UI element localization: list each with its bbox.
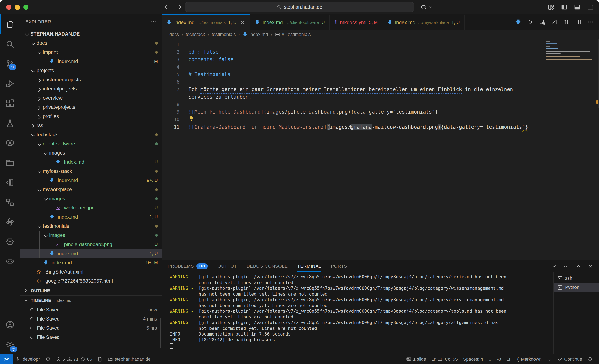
indentation[interactable]: Spaces: 4 xyxy=(460,355,486,364)
code-line-wrap[interactable]: Services zu erlauben. xyxy=(162,93,599,101)
minimap[interactable] xyxy=(546,40,595,61)
activity-item-folder-explorer[interactable] xyxy=(0,153,20,172)
feedback[interactable] xyxy=(544,355,555,364)
customize-layout-icon[interactable] xyxy=(548,4,554,10)
activity-item-explorer[interactable] xyxy=(0,14,20,34)
activity-item-remote-goggles[interactable] xyxy=(0,251,20,271)
eol[interactable]: LF xyxy=(504,355,514,364)
terminal-output[interactable]: WARNING - [git-authors-plugin] /var/fold… xyxy=(162,272,554,354)
code-line-7[interactable]: 7Ich möchte gerne ein paar Screenshots m… xyxy=(162,86,599,93)
panel-tab-output[interactable]: OUTPUT xyxy=(217,260,237,272)
activity-item-hexagon-extension[interactable] xyxy=(0,232,20,251)
language-mode[interactable]: (Markdown xyxy=(514,355,544,364)
panel-tab-problems[interactable]: PROBLEMS161 xyxy=(168,260,208,272)
marp-preview-icon[interactable] xyxy=(551,19,557,25)
tree-item-privateprojects[interactable]: privateprojects xyxy=(20,103,162,112)
code-action-lightbulb-icon[interactable] xyxy=(188,116,194,121)
toggle-secondary-sidebar-icon[interactable] xyxy=(587,4,594,10)
copilot-icon[interactable] xyxy=(421,4,427,10)
activity-item-accounts[interactable] xyxy=(0,315,20,335)
code-line-2[interactable]: 2pdf: false xyxy=(162,48,599,56)
tree-item-techstack[interactable]: techstack xyxy=(20,130,162,139)
panel-tab-terminal[interactable]: TERMINAL xyxy=(297,260,321,272)
tree-item-client-software[interactable]: client-software xyxy=(20,139,162,148)
tree-item-index-md[interactable]: index.mdM xyxy=(20,57,162,66)
command-center-search[interactable]: stephan.hadan.de xyxy=(185,2,414,12)
remote-indicator[interactable]: >< xyxy=(0,355,13,364)
activity-item-python[interactable] xyxy=(0,212,20,232)
tree-item-workplace-jpg[interactable]: workplace.jpgU xyxy=(20,203,162,212)
tree-item-images[interactable]: images xyxy=(20,194,162,203)
tree-item-overview[interactable]: overview xyxy=(20,93,162,103)
breadcrumb-item--testimonials[interactable]: # Testimonials xyxy=(275,32,311,37)
tree-item-index-md[interactable]: index.md9+, U xyxy=(20,176,162,185)
timeline-section[interactable]: TIMELINE index.md xyxy=(20,295,162,305)
editor-scrollbar[interactable] xyxy=(598,39,599,108)
code-line-1[interactable]: 1--- xyxy=(162,41,599,48)
outline-section[interactable]: OUTLINE xyxy=(20,286,162,295)
code-line-10[interactable]: 10 xyxy=(162,116,599,123)
minimize-window-button[interactable] xyxy=(15,5,20,10)
code-line-8[interactable]: 8 xyxy=(162,101,599,108)
notifications[interactable] xyxy=(585,355,595,364)
sync-status[interactable] xyxy=(43,355,53,364)
tree-item-imprint[interactable]: imprint xyxy=(20,48,162,57)
code-line-4[interactable]: 4--- xyxy=(162,63,599,71)
continue-status[interactable]: Continue xyxy=(555,355,585,364)
tree-item-index-md[interactable]: index.md9+, M xyxy=(20,258,162,267)
tree-item-profiles[interactable]: profiles xyxy=(20,112,162,121)
encoding[interactable]: UTF-8 xyxy=(486,355,504,364)
cursor-position[interactable]: Ln 11, Col 55 xyxy=(429,355,460,364)
close-tab-icon[interactable] xyxy=(240,20,245,25)
timeline-entry[interactable]: File Saved xyxy=(20,333,162,342)
tree-item-rss[interactable]: rss xyxy=(20,121,162,130)
activity-item-project-hierarchy[interactable] xyxy=(0,192,20,212)
tree-item-testimonials[interactable]: testimonials xyxy=(20,222,162,231)
run-icon[interactable] xyxy=(527,19,533,25)
timeline-entry[interactable]: File Saved5 hrs xyxy=(20,323,162,333)
breadcrumb-item-techstack[interactable]: techstack xyxy=(185,32,205,37)
tree-item-docs[interactable]: docs xyxy=(20,38,162,48)
tree-item-images[interactable]: images xyxy=(20,148,162,158)
tree-item-stephan-hadan-de[interactable]: STEPHAN.HADAN.DE xyxy=(20,29,162,38)
tab-index.md-myworkplace[interactable]: index.md…/myworkplace1, U xyxy=(382,14,464,30)
split-editor-icon[interactable] xyxy=(575,19,581,25)
maximize-panel-icon[interactable] xyxy=(576,264,581,269)
activity-item-testing[interactable] xyxy=(0,113,20,133)
terminal-instance-python[interactable]: Python xyxy=(554,283,599,292)
navigate-forward-icon[interactable] xyxy=(176,4,182,10)
tree-item-index-md[interactable]: index.md1, U xyxy=(20,212,162,222)
tree-item-googlef727264f56832057-html[interactable]: googlef727264f56832057.html xyxy=(20,276,162,286)
code-line-9[interactable]: 9![Mein Pi-hole-Dashboard](images/pihole… xyxy=(162,108,599,116)
new-terminal-button[interactable] xyxy=(539,264,545,269)
navigate-back-icon[interactable] xyxy=(164,4,171,10)
editor-file-status[interactable] xyxy=(95,355,105,364)
panel-tab-debug-console[interactable]: DEBUG CONSOLE xyxy=(247,260,288,272)
panel-tab-ports[interactable]: PORTS xyxy=(331,260,347,272)
tree-item-index-md[interactable]: index.mdU xyxy=(20,158,162,167)
branch-status[interactable]: develop* xyxy=(13,355,43,364)
breadcrumb-item-index-md[interactable]: index.md xyxy=(243,32,268,37)
terminal-instance-zsh[interactable]: zsh xyxy=(554,274,599,283)
activity-item-search[interactable] xyxy=(0,34,20,54)
marp-slide-status[interactable]: 1 slide xyxy=(404,355,429,364)
tree-item-myfoss-stack[interactable]: myfoss-stack xyxy=(20,167,162,176)
activity-item-a-extension[interactable] xyxy=(0,133,20,153)
synchronize-changes-icon[interactable] xyxy=(563,19,570,25)
tab-index.md-testimonials[interactable]: index.md…/testimonials1, U xyxy=(162,14,250,30)
code-line-6[interactable]: 6 xyxy=(162,78,599,86)
toggle-panel-icon[interactable] xyxy=(574,4,581,10)
markdown-preview-icon[interactable] xyxy=(515,19,521,25)
terminal-profile-dropdown-icon[interactable] xyxy=(552,264,557,269)
tree-item-customerprojects[interactable]: customerprojects xyxy=(20,75,162,84)
workspace-status[interactable]: stephan.hadan.de xyxy=(105,355,153,364)
tree-item-projects[interactable]: projects xyxy=(20,66,162,75)
sidebar-scrollbar[interactable] xyxy=(160,318,161,348)
close-panel-icon[interactable] xyxy=(588,264,593,269)
timeline-entry[interactable]: File Savednow xyxy=(20,305,162,314)
tree-item-internalprojects[interactable]: internalprojects xyxy=(20,84,162,93)
problems-status[interactable]: 57185 xyxy=(53,355,95,364)
tree-item-bingsiteauth-xml[interactable]: BingSiteAuth.xml xyxy=(20,267,162,276)
breadcrumb-item-docs[interactable]: docs xyxy=(169,32,179,37)
zoom-window-button[interactable] xyxy=(23,5,28,10)
